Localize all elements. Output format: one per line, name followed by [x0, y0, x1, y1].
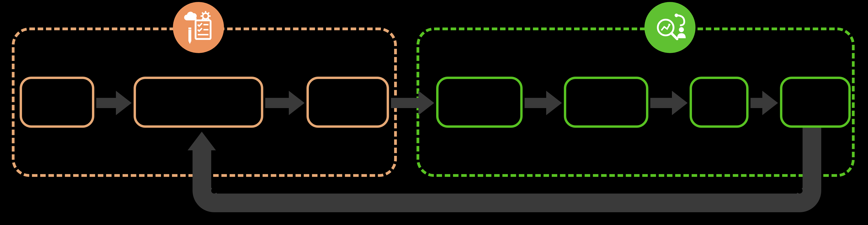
- planning-checklist-icon: [181, 10, 216, 45]
- svg-line-18: [671, 33, 677, 39]
- svg-point-5: [203, 13, 209, 19]
- svg-line-11: [208, 18, 209, 20]
- feedback-arrowhead: [188, 132, 216, 150]
- stage-right-node-3: [690, 77, 748, 128]
- stage-right-node-4: [780, 77, 851, 128]
- analytics-search-icon: [652, 10, 688, 45]
- badge-left: [173, 2, 224, 53]
- forward-arrow-6: [750, 97, 778, 109]
- svg-line-10: [202, 12, 203, 14]
- feedback-horizontal-bottom: [214, 194, 801, 212]
- feedback-vertical-left: [192, 149, 211, 192]
- stage-right-node-1: [436, 77, 523, 128]
- badge-right: [644, 2, 695, 53]
- stage-left-node-1: [20, 77, 94, 128]
- forward-arrow-2: [265, 97, 305, 109]
- svg-marker-15: [188, 41, 191, 44]
- forward-arrow-4: [525, 97, 562, 109]
- svg-line-12: [208, 12, 209, 14]
- svg-line-13: [202, 18, 203, 20]
- forward-arrow-1: [96, 97, 132, 109]
- stage-left-node-3: [307, 77, 389, 128]
- svg-rect-14: [188, 30, 191, 41]
- forward-arrow-5: [650, 97, 688, 109]
- svg-point-21: [679, 27, 684, 32]
- stage-right-node-2: [564, 77, 648, 128]
- stage-left-node-2: [133, 77, 263, 128]
- svg-rect-16: [188, 28, 191, 29]
- forward-arrow-3: [391, 97, 434, 109]
